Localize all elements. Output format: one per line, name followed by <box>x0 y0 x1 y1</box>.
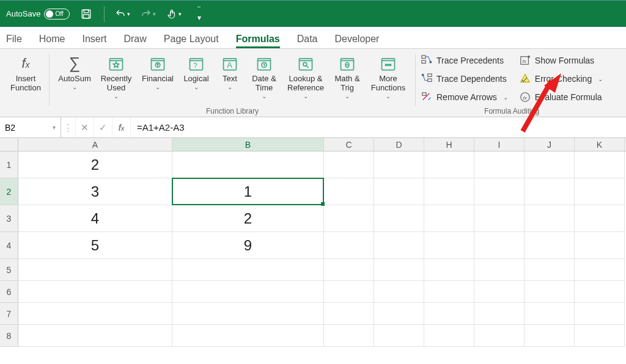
tab-page-layout[interactable]: Page Layout <box>164 34 219 48</box>
col-header-J[interactable]: J <box>525 138 575 151</box>
cell[interactable] <box>172 281 324 303</box>
cell[interactable] <box>474 325 525 347</box>
enter-formula-button[interactable]: ✓ <box>94 117 112 137</box>
cell[interactable] <box>324 259 374 281</box>
cell[interactable] <box>525 178 575 205</box>
cell[interactable] <box>424 178 474 205</box>
cell[interactable] <box>575 325 625 347</box>
cell[interactable] <box>374 281 424 303</box>
cell[interactable] <box>374 151 424 178</box>
cell[interactable] <box>525 259 575 281</box>
save-button[interactable] <box>77 5 95 23</box>
select-all-corner[interactable] <box>0 138 18 151</box>
cell-B2[interactable]: 1 <box>172 178 324 205</box>
cancel-formula-button[interactable]: ✕ <box>76 117 94 137</box>
cell[interactable] <box>324 151 374 178</box>
cell[interactable] <box>474 259 525 281</box>
cell[interactable] <box>172 325 324 347</box>
cell[interactable] <box>172 259 324 281</box>
cell-B3[interactable]: 2 <box>172 205 324 232</box>
name-box[interactable]: B2 ▾ <box>0 117 61 137</box>
tab-home[interactable]: Home <box>39 34 65 48</box>
col-header-A[interactable]: A <box>18 138 172 151</box>
tab-file[interactable]: File <box>6 34 22 48</box>
row-header-2[interactable]: 2 <box>0 178 18 205</box>
cell[interactable] <box>525 205 575 232</box>
cell[interactable] <box>18 281 172 303</box>
cell-A4[interactable]: 5 <box>18 232 172 259</box>
cell[interactable] <box>324 303 374 325</box>
cell-A3[interactable]: 4 <box>18 205 172 232</box>
cell[interactable] <box>374 259 424 281</box>
row-header-4[interactable]: 4 <box>0 232 18 259</box>
cell[interactable] <box>424 325 474 347</box>
remove-arrows-button[interactable]: Remove Arrows ⌄ <box>421 89 508 105</box>
trace-dependents-button[interactable]: Trace Dependents <box>421 71 508 87</box>
autosum-button[interactable]: ∑ AutoSum⌄ <box>54 51 95 100</box>
autosave-control[interactable]: AutoSave Off <box>6 9 70 20</box>
row-header-8[interactable]: 8 <box>0 325 18 347</box>
cell[interactable] <box>374 232 424 259</box>
cell[interactable] <box>18 259 172 281</box>
row-header-1[interactable]: 1 <box>0 151 18 178</box>
tab-draw[interactable]: Draw <box>123 34 146 48</box>
cell[interactable] <box>575 303 625 325</box>
cell[interactable] <box>575 259 625 281</box>
cell-B1[interactable] <box>172 151 324 178</box>
cell[interactable] <box>324 325 374 347</box>
col-header-C[interactable]: C <box>324 138 374 151</box>
more-functions-button[interactable]: More Functions⌄ <box>366 51 410 100</box>
row-header-7[interactable]: 7 <box>0 303 18 325</box>
cell[interactable] <box>525 281 575 303</box>
cell[interactable] <box>474 303 525 325</box>
cell[interactable] <box>374 303 424 325</box>
cell-B4[interactable]: 9 <box>172 232 324 259</box>
cell[interactable] <box>474 178 525 205</box>
touch-mode-button[interactable]: ▾ <box>164 5 183 23</box>
cell[interactable] <box>374 205 424 232</box>
cell[interactable] <box>575 281 625 303</box>
cell[interactable] <box>474 205 525 232</box>
cell[interactable] <box>474 232 525 259</box>
show-formulas-button[interactable]: fx Show Formulas <box>519 53 603 68</box>
col-header-D[interactable]: D <box>374 138 424 151</box>
autosave-toggle[interactable]: Off <box>44 9 70 20</box>
cell-A2[interactable]: 3 <box>18 178 172 205</box>
cell[interactable] <box>374 178 424 205</box>
cell[interactable] <box>374 325 424 347</box>
cell[interactable] <box>172 303 324 325</box>
cell[interactable] <box>525 232 575 259</box>
math-trig-button[interactable]: Math & Trig⌄ <box>330 51 365 100</box>
cell[interactable] <box>424 259 474 281</box>
cell[interactable] <box>525 303 575 325</box>
row-header-5[interactable]: 5 <box>0 259 18 281</box>
col-header-H[interactable]: H <box>424 138 474 151</box>
evaluate-formula-button[interactable]: fx Evaluate Formula <box>519 89 603 105</box>
redo-button[interactable]: ▾ <box>139 5 157 23</box>
tab-formulas[interactable]: Formulas <box>236 34 280 48</box>
tab-developer[interactable]: Developer <box>335 34 380 48</box>
formula-input[interactable]: =A1+A2-A3 <box>131 117 626 137</box>
cell[interactable] <box>575 151 625 178</box>
fx-button[interactable]: fx <box>112 117 131 137</box>
cell[interactable] <box>424 151 474 178</box>
cell[interactable] <box>424 281 474 303</box>
cell-A1[interactable]: 2 <box>18 151 172 178</box>
cell[interactable] <box>424 232 474 259</box>
undo-button[interactable]: ▾ <box>113 5 131 23</box>
cell[interactable] <box>18 303 172 325</box>
logical-button[interactable]: ? Logical⌄ <box>179 51 213 100</box>
date-time-button[interactable]: Date & Time⌄ <box>246 51 282 100</box>
cell[interactable] <box>324 232 374 259</box>
cell[interactable] <box>424 205 474 232</box>
cell[interactable] <box>324 205 374 232</box>
cell[interactable] <box>324 178 374 205</box>
row-header-3[interactable]: 3 <box>0 205 18 232</box>
cell[interactable] <box>18 325 172 347</box>
financial-button[interactable]: Financial⌄ <box>138 51 178 100</box>
lookup-reference-button[interactable]: Lookup & Reference⌄ <box>283 51 328 100</box>
cell[interactable] <box>324 281 374 303</box>
cell[interactable] <box>474 151 525 178</box>
recently-used-button[interactable]: Recently Used⌄ <box>96 51 136 100</box>
col-header-I[interactable]: I <box>474 138 525 151</box>
